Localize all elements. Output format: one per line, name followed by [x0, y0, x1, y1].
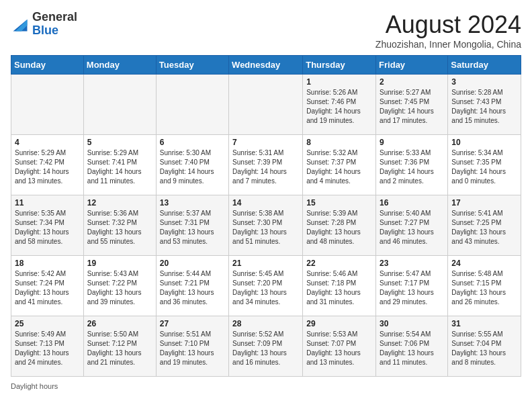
- cell-info: Sunrise: 5:36 AM Sunset: 7:32 PM Dayligh…: [87, 209, 152, 246]
- day-number: 18: [15, 259, 80, 268]
- cell-info: Sunrise: 5:31 AM Sunset: 7:39 PM Dayligh…: [232, 148, 299, 186]
- footer: Daylight hours: [11, 382, 521, 390]
- header-wednesday: Wednesday: [229, 56, 303, 75]
- day-number: 12: [87, 198, 152, 208]
- day-number: 16: [380, 198, 444, 208]
- calendar-cell: 24Sunrise: 5:48 AM Sunset: 7:15 PM Dayli…: [448, 256, 521, 316]
- calendar-cell: 21Sunrise: 5:45 AM Sunset: 7:20 PM Dayli…: [229, 256, 303, 316]
- calendar-table: SundayMondayTuesdayWednesdayThursdayFrid…: [11, 55, 521, 377]
- day-number: 21: [232, 259, 299, 268]
- calendar-cell: 13Sunrise: 5:37 AM Sunset: 7:31 PM Dayli…: [156, 195, 228, 256]
- day-number: 19: [87, 259, 152, 268]
- header-thursday: Thursday: [303, 56, 376, 75]
- calendar-cell: 6Sunrise: 5:30 AM Sunset: 7:40 PM Daylig…: [156, 135, 228, 195]
- month-title: August 2024: [375, 11, 521, 39]
- calendar-cell: 23Sunrise: 5:47 AM Sunset: 7:17 PM Dayli…: [376, 256, 448, 316]
- calendar-cell: 25Sunrise: 5:49 AM Sunset: 7:13 PM Dayli…: [11, 316, 84, 377]
- week-row-2: 4Sunrise: 5:29 AM Sunset: 7:42 PM Daylig…: [11, 135, 521, 195]
- cell-info: Sunrise: 5:42 AM Sunset: 7:24 PM Dayligh…: [15, 269, 80, 307]
- generalblue-logo-icon: [11, 15, 30, 34]
- cell-info: Sunrise: 5:32 AM Sunset: 7:37 PM Dayligh…: [306, 148, 372, 186]
- cell-info: Sunrise: 5:51 AM Sunset: 7:10 PM Dayligh…: [160, 330, 225, 367]
- calendar-cell: 3Sunrise: 5:28 AM Sunset: 7:43 PM Daylig…: [448, 75, 521, 135]
- day-number: 4: [15, 138, 80, 147]
- calendar-cell: 18Sunrise: 5:42 AM Sunset: 7:24 PM Dayli…: [11, 256, 84, 316]
- calendar-cell: 10Sunrise: 5:34 AM Sunset: 7:35 PM Dayli…: [448, 135, 521, 195]
- calendar-cell: 17Sunrise: 5:41 AM Sunset: 7:25 PM Dayli…: [448, 195, 521, 256]
- cell-info: Sunrise: 5:48 AM Sunset: 7:15 PM Dayligh…: [451, 269, 517, 307]
- header-friday: Friday: [376, 56, 448, 75]
- calendar-cell: 15Sunrise: 5:39 AM Sunset: 7:28 PM Dayli…: [303, 195, 376, 256]
- calendar-cell: 16Sunrise: 5:40 AM Sunset: 7:27 PM Dayli…: [376, 195, 448, 256]
- calendar-cell: [11, 75, 84, 135]
- week-row-4: 18Sunrise: 5:42 AM Sunset: 7:24 PM Dayli…: [11, 256, 521, 316]
- calendar-cell: 22Sunrise: 5:46 AM Sunset: 7:18 PM Dayli…: [303, 256, 376, 316]
- week-row-1: 1Sunrise: 5:26 AM Sunset: 7:46 PM Daylig…: [11, 75, 521, 135]
- cell-info: Sunrise: 5:50 AM Sunset: 7:12 PM Dayligh…: [87, 330, 152, 367]
- day-number: 17: [451, 198, 517, 208]
- logo-text: General Blue: [32, 11, 77, 38]
- calendar-cell: 12Sunrise: 5:36 AM Sunset: 7:32 PM Dayli…: [83, 195, 156, 256]
- header-monday: Monday: [83, 56, 156, 75]
- calendar-body: 1Sunrise: 5:26 AM Sunset: 7:46 PM Daylig…: [11, 75, 521, 377]
- calendar-cell: 20Sunrise: 5:44 AM Sunset: 7:21 PM Dayli…: [156, 256, 228, 316]
- daylight-label: Daylight hours: [11, 382, 58, 390]
- logo-general: General: [32, 10, 77, 24]
- calendar-cell: 2Sunrise: 5:27 AM Sunset: 7:45 PM Daylig…: [376, 75, 448, 135]
- day-number: 31: [451, 319, 517, 328]
- calendar-cell: 11Sunrise: 5:35 AM Sunset: 7:34 PM Dayli…: [11, 195, 84, 256]
- cell-info: Sunrise: 5:30 AM Sunset: 7:40 PM Dayligh…: [160, 148, 225, 186]
- cell-info: Sunrise: 5:27 AM Sunset: 7:45 PM Dayligh…: [380, 88, 444, 126]
- calendar-cell: 26Sunrise: 5:50 AM Sunset: 7:12 PM Dayli…: [83, 316, 156, 377]
- week-row-3: 11Sunrise: 5:35 AM Sunset: 7:34 PM Dayli…: [11, 195, 521, 256]
- cell-info: Sunrise: 5:39 AM Sunset: 7:28 PM Dayligh…: [306, 209, 372, 246]
- calendar-cell: 29Sunrise: 5:53 AM Sunset: 7:07 PM Dayli…: [303, 316, 376, 377]
- calendar-cell: 1Sunrise: 5:26 AM Sunset: 7:46 PM Daylig…: [303, 75, 376, 135]
- day-number: 13: [160, 198, 225, 208]
- page-header: General Blue August 2024 Zhuozishan, Inn…: [11, 11, 521, 50]
- day-number: 10: [451, 138, 517, 147]
- cell-info: Sunrise: 5:55 AM Sunset: 7:04 PM Dayligh…: [451, 330, 517, 367]
- cell-info: Sunrise: 5:41 AM Sunset: 7:25 PM Dayligh…: [451, 209, 517, 246]
- day-number: 29: [306, 319, 372, 328]
- location-subtitle: Zhuozishan, Inner Mongolia, China: [375, 39, 521, 50]
- calendar-cell: 27Sunrise: 5:51 AM Sunset: 7:10 PM Dayli…: [156, 316, 228, 377]
- calendar-header: SundayMondayTuesdayWednesdayThursdayFrid…: [11, 56, 521, 75]
- title-block: August 2024 Zhuozishan, Inner Mongolia, …: [375, 11, 521, 50]
- logo-blue: Blue: [32, 24, 58, 37]
- day-number: 24: [451, 259, 517, 268]
- calendar-cell: 5Sunrise: 5:29 AM Sunset: 7:41 PM Daylig…: [83, 135, 156, 195]
- header-saturday: Saturday: [448, 56, 521, 75]
- calendar-cell: 4Sunrise: 5:29 AM Sunset: 7:42 PM Daylig…: [11, 135, 84, 195]
- calendar-cell: [156, 75, 228, 135]
- cell-info: Sunrise: 5:29 AM Sunset: 7:42 PM Dayligh…: [15, 148, 80, 186]
- calendar-cell: 8Sunrise: 5:32 AM Sunset: 7:37 PM Daylig…: [303, 135, 376, 195]
- day-number: 23: [380, 259, 444, 268]
- header-row: SundayMondayTuesdayWednesdayThursdayFrid…: [11, 56, 521, 75]
- cell-info: Sunrise: 5:26 AM Sunset: 7:46 PM Dayligh…: [306, 88, 372, 126]
- day-number: 14: [232, 198, 299, 208]
- cell-info: Sunrise: 5:33 AM Sunset: 7:36 PM Dayligh…: [380, 148, 444, 186]
- cell-info: Sunrise: 5:52 AM Sunset: 7:09 PM Dayligh…: [232, 330, 299, 367]
- cell-info: Sunrise: 5:38 AM Sunset: 7:30 PM Dayligh…: [232, 209, 299, 246]
- week-row-5: 25Sunrise: 5:49 AM Sunset: 7:13 PM Dayli…: [11, 316, 521, 377]
- cell-info: Sunrise: 5:28 AM Sunset: 7:43 PM Dayligh…: [451, 88, 517, 126]
- calendar-cell: 7Sunrise: 5:31 AM Sunset: 7:39 PM Daylig…: [229, 135, 303, 195]
- cell-info: Sunrise: 5:35 AM Sunset: 7:34 PM Dayligh…: [15, 209, 80, 246]
- day-number: 5: [87, 138, 152, 147]
- calendar-cell: 14Sunrise: 5:38 AM Sunset: 7:30 PM Dayli…: [229, 195, 303, 256]
- day-number: 25: [15, 319, 80, 328]
- header-tuesday: Tuesday: [156, 56, 228, 75]
- day-number: 15: [306, 198, 372, 208]
- cell-info: Sunrise: 5:37 AM Sunset: 7:31 PM Dayligh…: [160, 209, 225, 246]
- cell-info: Sunrise: 5:54 AM Sunset: 7:06 PM Dayligh…: [380, 330, 444, 367]
- header-sunday: Sunday: [11, 56, 84, 75]
- day-number: 26: [87, 319, 152, 328]
- day-number: 1: [306, 77, 372, 87]
- day-number: 6: [160, 138, 225, 147]
- day-number: 20: [160, 259, 225, 268]
- calendar-cell: 31Sunrise: 5:55 AM Sunset: 7:04 PM Dayli…: [448, 316, 521, 377]
- cell-info: Sunrise: 5:43 AM Sunset: 7:22 PM Dayligh…: [87, 269, 152, 307]
- day-number: 28: [232, 319, 299, 328]
- calendar-cell: [83, 75, 156, 135]
